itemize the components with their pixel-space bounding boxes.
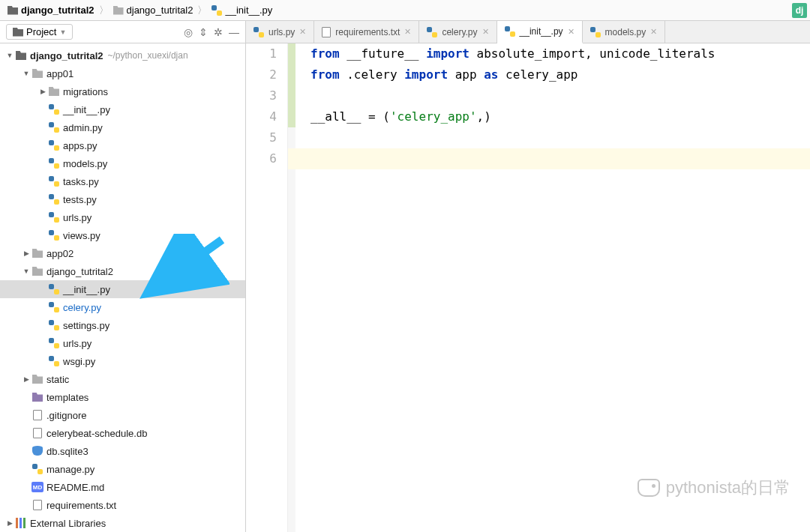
tree-node-label: __init__.py xyxy=(63,104,110,115)
tree-arrow-icon[interactable]: ▼ xyxy=(4,52,15,59)
tree-node[interactable]: ▼django_tutrital2 xyxy=(0,262,245,280)
tree-node[interactable]: ▶wsgi.py xyxy=(0,352,245,370)
md-icon: MD xyxy=(32,482,44,492)
project-sidebar: Project ▼ ◎ ⇕ ✲ — ▼django_tutrital2~/pyt… xyxy=(0,21,246,532)
code-line: __all__ = ('celery_app',) xyxy=(310,106,810,127)
tree-node[interactable]: ▶celerybeat-schedule.db xyxy=(0,424,245,442)
project-tree[interactable]: ▼django_tutrital2~/python_xuexi/djan▼app… xyxy=(0,43,245,532)
code-editor[interactable]: 123456 from __future__ import absolute_i… xyxy=(246,43,810,532)
folder-gray-icon xyxy=(32,267,44,276)
gear-icon[interactable]: ✲ xyxy=(214,26,223,38)
py-icon xyxy=(48,356,60,366)
tree-node[interactable]: ▶tasks.py xyxy=(0,172,245,190)
tree-node[interactable]: ▶.gitignore xyxy=(0,406,245,424)
tree-node[interactable]: ▶db.sqlite3 xyxy=(0,442,245,460)
breadcrumb-item[interactable]: __init__.py xyxy=(208,3,275,17)
py-icon xyxy=(48,122,60,133)
tree-node[interactable]: ▶static xyxy=(0,370,245,388)
py-icon xyxy=(48,140,60,151)
tree-node-label: migrations xyxy=(63,86,108,97)
breadcrumb-item[interactable]: django_tutrital2 xyxy=(4,3,98,17)
tree-node-label: static xyxy=(46,374,69,385)
tree-node-label: tests.py xyxy=(63,194,97,205)
line-number-gutter: 123456 xyxy=(246,43,288,532)
close-icon[interactable]: ✕ xyxy=(568,27,574,37)
editor-area: urls.py✕requirements.txt✕celery.py✕__ini… xyxy=(246,21,810,532)
tree-node[interactable]: ▶External Libraries xyxy=(0,514,245,532)
tree-arrow-icon[interactable]: ▶ xyxy=(21,375,32,383)
folder-gray-icon xyxy=(113,6,124,15)
editor-tab[interactable]: urls.py✕ xyxy=(246,21,314,43)
project-dropdown-label: Project xyxy=(26,26,56,37)
py-icon xyxy=(48,320,60,330)
tree-node-label: wsgi.py xyxy=(63,356,95,367)
tree-node-label: django_tutrital2 xyxy=(46,266,113,277)
close-icon[interactable]: ✕ xyxy=(650,27,657,37)
tree-arrow-icon[interactable]: ▶ xyxy=(38,88,48,95)
tree-node[interactable]: ▶app02 xyxy=(0,244,245,262)
close-icon[interactable]: ✕ xyxy=(299,27,306,37)
close-icon[interactable]: ✕ xyxy=(404,27,411,37)
tree-node-label: admin.py xyxy=(63,122,103,133)
tree-node[interactable]: ▼django_tutrital2~/python_xuexi/djan xyxy=(0,46,245,64)
project-view-dropdown[interactable]: Project ▼ xyxy=(6,24,73,40)
code-line xyxy=(310,148,810,169)
db-icon xyxy=(32,446,44,456)
tree-node[interactable]: ▶__init__.py xyxy=(0,280,245,298)
tree-node[interactable]: ▶admin.py xyxy=(0,118,245,136)
tree-node-label: External Libraries xyxy=(30,518,106,529)
tree-node[interactable]: ▶apps.py xyxy=(0,136,245,154)
tree-node[interactable]: ▶urls.py xyxy=(0,208,245,226)
breadcrumb-item[interactable]: django_tutrital2 xyxy=(110,3,196,17)
change-margin xyxy=(288,43,296,532)
tree-node[interactable]: ▶models.py xyxy=(0,154,245,172)
folder-gray-icon xyxy=(32,375,44,384)
editor-tab[interactable]: models.py✕ xyxy=(583,21,666,43)
close-icon[interactable]: ✕ xyxy=(482,27,489,37)
py-icon xyxy=(254,27,264,37)
tree-node-label: tasks.py xyxy=(63,176,99,187)
tree-node-label: app01 xyxy=(46,68,74,79)
tree-arrow-icon[interactable]: ▶ xyxy=(21,250,32,257)
py-icon xyxy=(48,158,60,169)
tree-arrow-icon[interactable]: ▼ xyxy=(21,70,32,77)
code-line: from __future__ import absolute_import, … xyxy=(310,43,810,64)
folder-gray-icon xyxy=(32,249,44,258)
tree-node-label: views.py xyxy=(63,230,100,241)
code-content[interactable]: from __future__ import absolute_import, … xyxy=(288,43,810,532)
editor-tab[interactable]: celery.py✕ xyxy=(419,21,496,43)
breadcrumb-separator: 〉 xyxy=(99,4,109,17)
watermark: pythonista的日常 xyxy=(638,477,790,499)
folder-gray-icon xyxy=(32,69,44,78)
py-icon xyxy=(427,27,437,37)
target-icon[interactable]: ◎ xyxy=(184,26,193,38)
chevron-down-icon: ▼ xyxy=(59,28,66,36)
tree-node[interactable]: ▶celery.py xyxy=(0,298,245,316)
tree-node-label: urls.py xyxy=(63,212,92,223)
tree-node[interactable]: ▼app01 xyxy=(0,64,245,82)
tree-node-label: db.sqlite3 xyxy=(46,446,88,457)
tree-node[interactable]: ▶migrations xyxy=(0,82,245,100)
tree-node[interactable]: ▶MDREADME.md xyxy=(0,478,245,496)
tree-node[interactable]: ▶settings.py xyxy=(0,316,245,334)
tree-node-label: templates xyxy=(46,392,88,403)
tree-arrow-icon[interactable]: ▶ xyxy=(4,519,15,527)
tree-arrow-icon[interactable]: ▼ xyxy=(21,267,32,275)
py-icon xyxy=(32,464,44,474)
minimize-icon[interactable]: — xyxy=(229,26,239,38)
tree-node[interactable]: ▶manage.py xyxy=(0,460,245,478)
tree-node[interactable]: ▶urls.py xyxy=(0,334,245,352)
tree-node[interactable]: ▶tests.py xyxy=(0,190,245,208)
editor-tab[interactable]: __init__.py✕ xyxy=(497,21,583,43)
line-number: 5 xyxy=(246,127,277,148)
py-icon xyxy=(48,284,60,294)
collapse-icon[interactable]: ⇕ xyxy=(199,26,208,38)
tree-node[interactable]: ▶requirements.txt xyxy=(0,496,245,514)
tree-node[interactable]: ▶views.py xyxy=(0,226,245,244)
breadcrumb: django_tutrital2〉django_tutrital2〉__init… xyxy=(0,0,810,21)
editor-tabs: urls.py✕requirements.txt✕celery.py✕__ini… xyxy=(246,21,810,43)
tree-node[interactable]: ▶templates xyxy=(0,388,245,406)
py-icon xyxy=(590,27,601,37)
editor-tab[interactable]: requirements.txt✕ xyxy=(314,21,419,43)
tree-node[interactable]: ▶__init__.py xyxy=(0,100,245,118)
